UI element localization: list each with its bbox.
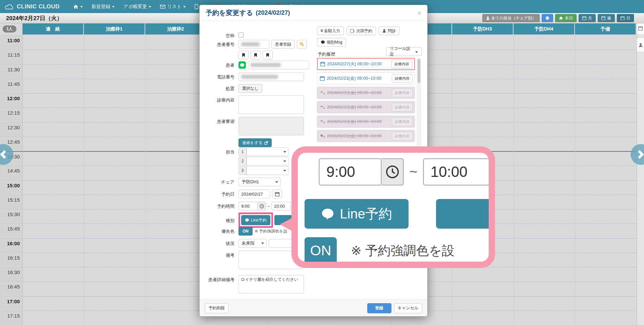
- column-header-contact[interactable]: 連 絡: [22, 23, 84, 35]
- history-scrollbar[interactable]: [417, 58, 421, 148]
- individual-msg-button[interactable]: 個別Msg: [317, 38, 346, 47]
- column-header-spare[interactable]: 予備: [575, 23, 636, 35]
- close-icon[interactable]: ×: [417, 10, 421, 16]
- speech-bubble-icon: [321, 208, 334, 220]
- priority-on-button[interactable]: ON: [238, 227, 253, 236]
- side-calendar-button[interactable]: [637, 21, 644, 35]
- interview-button[interactable]: 問診: [379, 26, 399, 35]
- patient-detail-note-textarea[interactable]: ロイテリ菌を紹介してください: [238, 275, 304, 294]
- bookmark-button[interactable]: [238, 51, 249, 59]
- history-entry-cancelled[interactable]: 2024/02/23(金) 09:00~10:00 診療内容: [317, 87, 415, 99]
- medical-content-button[interactable]: 診療内容: [392, 117, 413, 126]
- date-picker-button[interactable]: [272, 190, 282, 198]
- history-scrollbar-thumb[interactable]: [418, 59, 420, 83]
- staff-select-3[interactable]: [247, 166, 289, 175]
- phone-input[interactable]: [238, 72, 304, 81]
- medical-content-button[interactable]: 診療内容: [391, 60, 412, 68]
- time-label: 12:00: [0, 93, 22, 108]
- staff-select-1[interactable]: [247, 147, 289, 156]
- patient-register-button[interactable]: 患者登録: [271, 40, 295, 49]
- contact-button[interactable]: 連絡をする: [238, 138, 272, 147]
- time-start-input[interactable]: 9:00: [238, 202, 258, 210]
- time-label: 11:00: [0, 35, 22, 50]
- callout-time-row: 9:00 ~ 10:00: [319, 158, 489, 186]
- delete-reservation-button[interactable]: 予約削除: [205, 303, 228, 313]
- caret-down-icon: [112, 6, 115, 8]
- history-entry-cancelled[interactable]: 2024/02/23(金) 09:00~10:00 診療内容: [317, 116, 415, 128]
- staff-number-2: 2: [238, 157, 247, 166]
- nav-item-new-registration[interactable]: 新規登録: [92, 4, 115, 10]
- staff-row-1: 担当 1: [204, 147, 289, 156]
- view-month-button[interactable]: 月: [579, 14, 596, 22]
- chair-select[interactable]: 予防DH1: [238, 178, 281, 186]
- calendar-icon: [621, 16, 625, 20]
- patient-detail-note-row: 患者詳細備考 ロイテリ菌を紹介してください: [204, 275, 304, 294]
- view-day-button[interactable]: 日: [617, 14, 634, 22]
- time-column: 11:00 11:15 11:30 11:45 12:00 12:15 12:3…: [0, 35, 22, 325]
- mail-icon: [160, 5, 165, 9]
- cancel-button[interactable]: キャンセル: [394, 303, 422, 313]
- medical-content-textarea[interactable]: [238, 95, 304, 114]
- recall-setting-button[interactable]: リコール設定: [386, 47, 422, 56]
- medical-content-button[interactable]: 診療内容: [392, 88, 413, 97]
- amount-input-button[interactable]: ¥ 金額入力: [317, 26, 344, 35]
- column-header-treatment2[interactable]: 治療枠2: [145, 23, 207, 35]
- nav-item-appointment-change[interactable]: アポ帳変更: [123, 4, 152, 10]
- nav-item-home[interactable]: [73, 4, 83, 9]
- modal-header: 予約を変更する (2024/02/27) ×: [200, 5, 427, 21]
- mobile-icon: [195, 4, 198, 9]
- callout-line-row: Line予約: [305, 199, 489, 229]
- staff-select-2[interactable]: [247, 157, 289, 166]
- nav-item-list[interactable]: リスト: [160, 4, 186, 10]
- empty-slot-row: 空枠: [204, 31, 244, 39]
- print-button[interactable]: [542, 14, 553, 22]
- empty-slot-checkbox[interactable]: [238, 32, 244, 38]
- note-row: 備考: [204, 251, 304, 269]
- person-icon: [486, 16, 490, 20]
- time-label: 15:30: [0, 209, 22, 223]
- line-reservation-button[interactable]: Line予約: [241, 215, 270, 225]
- reservation-date-input[interactable]: 2024/02/27: [238, 190, 270, 198]
- medical-content-button[interactable]: 診療内容: [392, 132, 413, 140]
- bookmark-button[interactable]: [263, 51, 273, 59]
- status-select[interactable]: 未来院: [238, 239, 267, 248]
- column-header-yobo-dh4[interactable]: 予防DH4: [514, 23, 575, 35]
- left-arrow-icon: [0, 150, 8, 158]
- time-row: 予約時間 9:00 ~ 10:00: [204, 202, 291, 210]
- modal-footer: 予約削除 登録 キャンセル: [200, 300, 427, 316]
- staff-number-1: 1: [238, 147, 247, 156]
- treatment-select-button[interactable]: 選択なし: [238, 84, 262, 93]
- time-label: 17:00: [0, 296, 22, 311]
- key-button[interactable]: [297, 40, 307, 49]
- patient-request-row: 患者要望: [204, 117, 304, 135]
- history-entry[interactable]: 2024/02/23(金) 09:00~10:00 診療内容: [317, 72, 415, 84]
- history-entry[interactable]: 2024/02/27(火) 09:00~10:00 診療内容: [317, 58, 415, 70]
- register-button[interactable]: 登録: [367, 303, 391, 313]
- time-label: 12:15: [0, 108, 22, 122]
- patient-request-textarea: [238, 117, 304, 135]
- history-entry-cancelled[interactable]: 2024/02/23(金) 09:00~10:00 診療内容: [317, 101, 415, 113]
- patient-number-input[interactable]: [238, 40, 269, 49]
- side-person-button[interactable]: [637, 38, 644, 52]
- bookmark-button[interactable]: [251, 51, 261, 59]
- view-week-button[interactable]: 週: [598, 14, 615, 22]
- history-entry-cancelled[interactable]: 2024/02/23(金) 09:00~10:00 診療内容: [317, 130, 415, 142]
- time-picker-button[interactable]: [257, 202, 266, 210]
- patient-name-input[interactable]: [248, 61, 309, 69]
- home-icon: [559, 16, 563, 20]
- app-logo[interactable]: CLINIC CLOUD: [5, 3, 60, 10]
- clock-icon: [260, 204, 264, 208]
- medical-content-button[interactable]: 診療内容: [392, 103, 413, 112]
- next-reservation-button[interactable]: 次回予約: [346, 26, 376, 35]
- column-header-yobo-dh3[interactable]: 予防DH3: [452, 23, 514, 35]
- calendar-icon: [320, 76, 325, 81]
- highlight-box: Line予約: [238, 212, 273, 228]
- view-today-button[interactable]: 本日: [555, 14, 577, 22]
- callout-note: ※ 予約強調色を設: [351, 242, 454, 259]
- time-end-input[interactable]: 10:00: [271, 202, 291, 210]
- staff-filter-button[interactable]: 全ての担当（チェア別）: [482, 14, 540, 22]
- chair-row: チェア 予防DH1: [204, 178, 281, 186]
- calendar-icon: [638, 26, 643, 30]
- medical-content-button[interactable]: 診療内容: [392, 74, 413, 83]
- column-header-treatment1[interactable]: 治療枠1: [84, 23, 145, 35]
